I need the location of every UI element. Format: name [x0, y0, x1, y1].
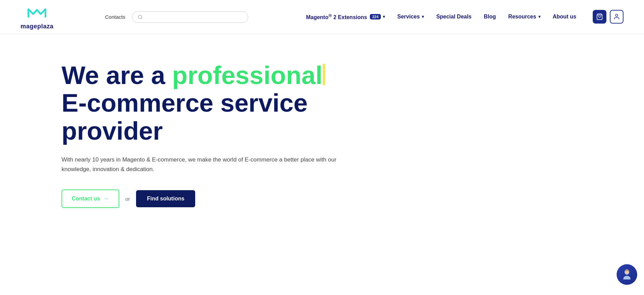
nav-item-resources[interactable]: Resources ▾	[502, 10, 547, 23]
nav-label-resources: Resources	[508, 14, 536, 20]
nav-item-about[interactable]: About us	[547, 10, 582, 23]
site-header: mageplaza Contacts Magento® 2 Extensions…	[0, 0, 644, 34]
chevron-down-icon: ▾	[538, 14, 540, 19]
heading-part2: E-commerce service	[62, 89, 308, 117]
or-separator: or	[125, 196, 130, 202]
main-nav: Magento® 2 Extensions 224 ▾ Services ▾ S…	[300, 10, 582, 24]
nav-label-special-deals: Special Deals	[436, 14, 471, 20]
heading-part3: provider	[62, 117, 163, 145]
nav-label-about: About us	[553, 14, 576, 20]
chevron-down-icon: ▾	[422, 14, 424, 19]
cart-button[interactable]	[593, 10, 606, 24]
svg-point-2	[616, 14, 618, 17]
nav-item-extensions[interactable]: Magento® 2 Extensions 224 ▾	[300, 10, 391, 24]
cta-row: Contact us → or Find solutions	[62, 189, 390, 208]
user-button[interactable]	[610, 10, 623, 24]
nav-label-blog: Blog	[484, 14, 496, 20]
contacts-link[interactable]: Contacts	[105, 14, 125, 20]
nav-label-extensions: Magento® 2 Extensions	[306, 13, 367, 20]
nav-item-special-deals[interactable]: Special Deals	[430, 10, 478, 23]
arrow-right-icon: →	[104, 196, 109, 202]
contact-us-button[interactable]: Contact us →	[62, 189, 119, 208]
header-actions	[593, 10, 623, 24]
contact-us-label: Contact us	[72, 196, 100, 202]
search-box	[132, 11, 248, 23]
user-icon	[613, 13, 620, 20]
svg-point-0	[138, 15, 142, 18]
chat-avatar	[617, 264, 637, 285]
nav-label-services: Services	[397, 14, 420, 20]
svg-point-4	[625, 269, 629, 274]
hero-heading: We are a professional E-commerce service…	[62, 61, 390, 145]
logo-link[interactable]: mageplaza	[21, 4, 54, 30]
nav-badge-extensions: 224	[370, 14, 381, 19]
chevron-down-icon: ▾	[383, 14, 385, 19]
logo-icon	[25, 4, 49, 22]
logo-text: mageplaza	[21, 23, 54, 30]
nav-item-blog[interactable]: Blog	[478, 10, 502, 23]
search-icon	[138, 14, 143, 20]
cart-icon	[596, 13, 603, 20]
chat-widget[interactable]	[617, 264, 637, 285]
hero-subtitle: With nearly 10 years in Magento & E-comm…	[62, 155, 342, 174]
nav-item-services[interactable]: Services ▾	[391, 10, 430, 23]
hero-section: We are a professional E-commerce service…	[0, 34, 410, 228]
search-input[interactable]	[146, 14, 242, 20]
find-solutions-button[interactable]: Find solutions	[136, 190, 195, 207]
heading-highlight: professional	[172, 61, 323, 89]
header-center: Contacts	[105, 11, 248, 23]
heading-part1: We are a	[62, 61, 172, 89]
